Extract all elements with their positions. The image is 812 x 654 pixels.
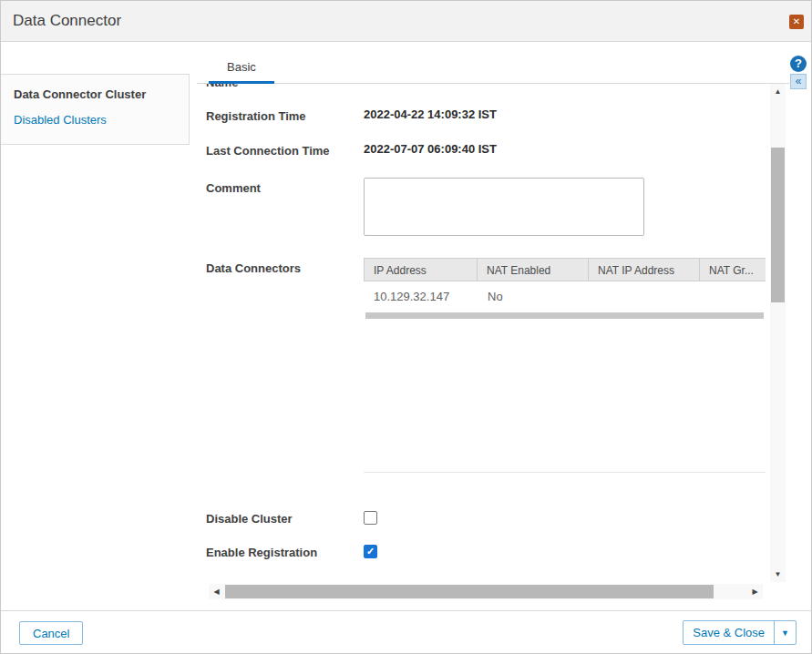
sidebar-item-data-connector-cluster: Data Connector Cluster: [14, 87, 176, 101]
save-close-label[interactable]: Save & Close: [684, 626, 774, 639]
column-header-nat-group[interactable]: NAT Gr...: [700, 259, 766, 281]
dialog-title: Data Connector: [13, 12, 121, 30]
collapse-panel-icon[interactable]: «: [790, 74, 807, 89]
last-connection-time-label: Last Connection Time: [206, 144, 330, 158]
enable-registration-checkbox[interactable]: [364, 545, 377, 558]
scroll-down-icon[interactable]: ▼: [770, 567, 786, 582]
scroll-right-icon[interactable]: ▶: [747, 584, 763, 599]
comment-input[interactable]: [364, 178, 644, 236]
horizontal-scrollbar[interactable]: ◀ ▶: [209, 584, 763, 599]
tab-strip: Basic: [197, 51, 792, 84]
cell-nat-enabled: No: [478, 290, 589, 303]
table-horizontal-scrollbar-thumb[interactable]: [365, 312, 764, 319]
cancel-button[interactable]: Cancel: [19, 621, 83, 645]
data-connector-dialog: Data Connector ✕ ? « Data Connector Clus…: [0, 0, 812, 654]
chevron-down-icon[interactable]: ▼: [774, 621, 796, 644]
vertical-scrollbar-thumb[interactable]: [771, 148, 785, 302]
table-header-row: IP Address NAT Enabled NAT IP Address NA…: [364, 258, 766, 281]
help-icon[interactable]: ?: [790, 56, 807, 72]
enable-registration-label: Enable Registration: [206, 546, 317, 559]
dialog-footer: Cancel Save & Close ▼: [1, 610, 811, 653]
vertical-scrollbar[interactable]: ▲ ▼: [770, 84, 786, 582]
column-header-ip-address[interactable]: IP Address: [364, 259, 478, 281]
comment-label: Comment: [206, 181, 261, 195]
save-close-button[interactable]: Save & Close ▼: [683, 620, 797, 645]
data-connectors-label: Data Connectors: [206, 261, 301, 275]
scroll-up-icon[interactable]: ▲: [770, 84, 786, 99]
column-header-nat-enabled[interactable]: NAT Enabled: [478, 259, 589, 281]
name-field-label: Name: [206, 84, 238, 89]
table-row[interactable]: 10.129.32.147 No: [364, 281, 766, 312]
scroll-left-icon[interactable]: ◀: [209, 584, 224, 599]
form-content: Name Registration Time 2022-04-22 14:09:…: [197, 84, 769, 582]
registration-time-label: Registration Time: [206, 109, 306, 123]
sidebar: Data Connector Cluster Disabled Clusters: [1, 74, 190, 145]
close-icon[interactable]: ✕: [789, 15, 804, 29]
last-connection-time-value: 2022-07-07 06:09:40 IST: [364, 142, 497, 156]
disable-cluster-checkbox[interactable]: [364, 511, 377, 525]
data-connectors-table: IP Address NAT Enabled NAT IP Address NA…: [364, 258, 766, 473]
tab-basic[interactable]: Basic: [209, 54, 274, 84]
sidebar-item-disabled-clusters[interactable]: Disabled Clusters: [14, 113, 176, 127]
column-header-nat-ip-address[interactable]: NAT IP Address: [589, 259, 700, 281]
cell-ip-address: 10.129.32.147: [364, 290, 478, 303]
disable-cluster-label: Disable Cluster: [206, 512, 293, 526]
horizontal-scrollbar-thumb[interactable]: [225, 585, 714, 598]
registration-time-value: 2022-04-22 14:09:32 IST: [364, 107, 497, 121]
dialog-header: Data Connector ✕: [1, 1, 811, 42]
